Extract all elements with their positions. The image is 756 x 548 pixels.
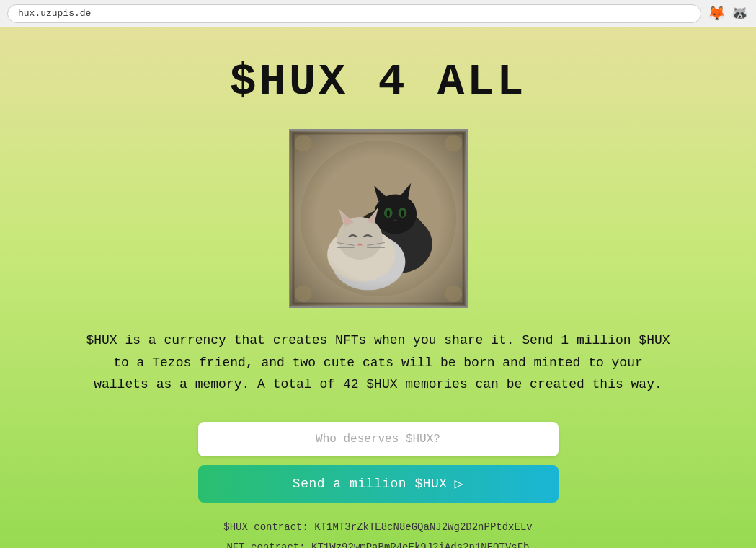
- description-text: $HUX is a currency that creates NFTs whe…: [86, 330, 670, 396]
- send-button-label: Send a million $HUX: [293, 477, 448, 491]
- svg-point-26: [294, 135, 311, 152]
- page-title: $HUX 4 ALL: [229, 56, 526, 107]
- svg-point-29: [445, 285, 462, 302]
- svg-point-27: [445, 135, 462, 152]
- send-arrow-icon: ▷: [455, 474, 464, 492]
- main-content: $HUX 4 ALL: [0, 27, 756, 548]
- svg-point-28: [294, 285, 311, 302]
- footer-info: $HUX contract: KT1MT3rZkTE8cN8eGQaNJ2Wg2…: [223, 517, 532, 548]
- input-section: Send a million $HUX ▷: [198, 422, 559, 503]
- fox-icon[interactable]: 🦊: [707, 4, 726, 23]
- cat-image: [289, 129, 468, 308]
- nft-contract: NFT contract: KT1Wz92wmPaBmR4eEk9J2iAds2…: [223, 537, 532, 548]
- browser-bar: hux.uzupis.de 🦊 🦝: [0, 0, 756, 27]
- url-text: hux.uzupis.de: [18, 8, 91, 19]
- send-button[interactable]: Send a million $HUX ▷: [198, 465, 559, 503]
- cat-image-svg: [290, 131, 466, 306]
- wallet-icon[interactable]: 🦝: [730, 4, 749, 23]
- svg-rect-25: [290, 131, 466, 306]
- recipient-input[interactable]: [198, 422, 559, 456]
- browser-icons: 🦊 🦝: [707, 4, 749, 23]
- address-bar[interactable]: hux.uzupis.de: [7, 4, 701, 23]
- hux-contract: $HUX contract: KT1MT3rZkTE8cN8eGQaNJ2Wg2…: [223, 517, 532, 537]
